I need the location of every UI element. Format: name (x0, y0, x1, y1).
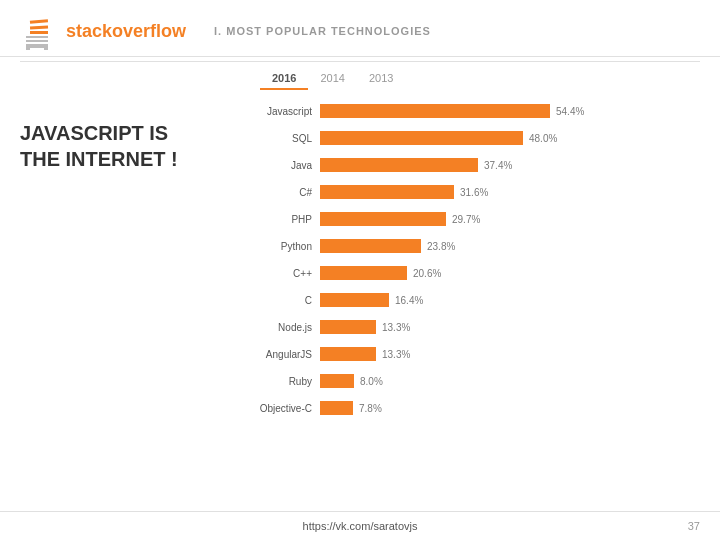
bar-value: 20.6% (413, 268, 441, 279)
footer: https://vk.com/saratovjs 37 (0, 511, 720, 540)
bar-value: 7.8% (359, 403, 382, 414)
svg-rect-0 (26, 36, 48, 38)
bar (320, 266, 407, 280)
year-tabs: 2016 2014 2013 (240, 68, 720, 90)
bar-value: 54.4% (556, 106, 584, 117)
year-tab-2013[interactable]: 2013 (357, 68, 405, 90)
chart-label: AngularJS (230, 349, 320, 360)
chart-label: Ruby (230, 376, 320, 387)
left-panel: JAVASCRIPT IS THE INTERNET ! (20, 100, 220, 424)
chart-row: Node.js13.3% (230, 316, 700, 338)
bar-value: 48.0% (529, 133, 557, 144)
chart-row: Python23.8% (230, 235, 700, 257)
logo-text-accent: overflow (112, 21, 186, 41)
chart-label: Node.js (230, 322, 320, 333)
logo-text: stackoverflow (66, 21, 186, 42)
bar-container: 29.7% (320, 212, 700, 226)
year-tab-2014[interactable]: 2014 (308, 68, 356, 90)
header: stackoverflow I. MOST POPULAR TECHNOLOGI… (0, 0, 720, 57)
bar (320, 293, 389, 307)
year-tab-2016[interactable]: 2016 (260, 68, 308, 90)
chart-row: Javascript54.4% (230, 100, 700, 122)
bar-value: 37.4% (484, 160, 512, 171)
chart-row: Objective-C7.8% (230, 397, 700, 419)
svg-rect-6 (30, 26, 48, 30)
chart-row: C16.4% (230, 289, 700, 311)
bar (320, 158, 478, 172)
bar-container: 48.0% (320, 131, 700, 145)
bar (320, 401, 353, 415)
chart-label: C (230, 295, 320, 306)
bar-value: 13.3% (382, 322, 410, 333)
bar-value: 31.6% (460, 187, 488, 198)
bar-value: 13.3% (382, 349, 410, 360)
bar (320, 104, 550, 118)
bar-value: 23.8% (427, 241, 455, 252)
footer-url: https://vk.com/saratovjs (303, 520, 418, 532)
svg-rect-7 (30, 31, 48, 34)
chart-row: SQL48.0% (230, 127, 700, 149)
headline-line1: JAVASCRIPT IS (20, 122, 168, 144)
chart-row: Ruby8.0% (230, 370, 700, 392)
svg-rect-5 (30, 19, 48, 24)
bar-value: 29.7% (452, 214, 480, 225)
chart-label: C# (230, 187, 320, 198)
main-headline: JAVASCRIPT IS THE INTERNET ! (20, 120, 220, 172)
chart-label: Javascript (230, 106, 320, 117)
bar (320, 131, 523, 145)
bar-value: 16.4% (395, 295, 423, 306)
chart-row: C#31.6% (230, 181, 700, 203)
chart-label: SQL (230, 133, 320, 144)
bar-container: 54.4% (320, 104, 700, 118)
chart-row: PHP29.7% (230, 208, 700, 230)
svg-rect-4 (44, 44, 48, 50)
bar-container: 23.8% (320, 239, 700, 253)
bar-container: 31.6% (320, 185, 700, 199)
bar-container: 16.4% (320, 293, 700, 307)
logo-text-plain: stack (66, 21, 112, 41)
main-content: JAVASCRIPT IS THE INTERNET ! Javascript5… (0, 90, 720, 434)
bar (320, 212, 446, 226)
bar-container: 8.0% (320, 374, 700, 388)
chart-label: Java (230, 160, 320, 171)
svg-rect-3 (26, 44, 30, 50)
bar-container: 13.3% (320, 320, 700, 334)
header-divider (20, 61, 700, 62)
logo: stackoverflow (20, 12, 186, 50)
chart-label: C++ (230, 268, 320, 279)
bar-value: 8.0% (360, 376, 383, 387)
bar (320, 347, 376, 361)
bar-container: 37.4% (320, 158, 700, 172)
chart-label: PHP (230, 214, 320, 225)
bar (320, 185, 454, 199)
chart-row: Java37.4% (230, 154, 700, 176)
chart-row: AngularJS13.3% (230, 343, 700, 365)
chart-label: Python (230, 241, 320, 252)
chart-label: Objective-C (230, 403, 320, 414)
bar (320, 239, 421, 253)
bar-container: 7.8% (320, 401, 700, 415)
svg-rect-1 (26, 40, 48, 42)
bar (320, 374, 354, 388)
chart-area: Javascript54.4%SQL48.0%Java37.4%C#31.6%P… (220, 100, 700, 424)
bar-container: 13.3% (320, 347, 700, 361)
stackoverflow-logo-icon (20, 12, 58, 50)
bar (320, 320, 376, 334)
bar-container: 20.6% (320, 266, 700, 280)
headline-line2: THE INTERNET ! (20, 148, 178, 170)
chart-row: C++20.6% (230, 262, 700, 284)
slide-title: I. MOST POPULAR TECHNOLOGIES (214, 25, 431, 37)
slide-number: 37 (688, 520, 700, 532)
